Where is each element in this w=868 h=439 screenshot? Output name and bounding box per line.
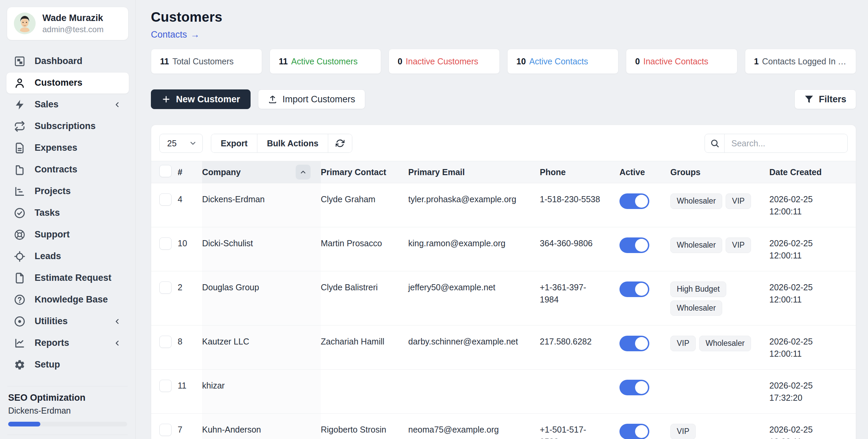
table-row[interactable]: 2 Douglas Group Clyde Balistreri jeffery… (151, 271, 856, 326)
user-profile-card[interactable]: Wade Murazik admin@test.com (7, 7, 129, 40)
table-row[interactable]: 7 Kuhn-Anderson Rigoberto Strosin neoma7… (151, 414, 856, 439)
row-id: 8 (178, 326, 202, 357)
search-input[interactable] (725, 134, 847, 152)
divider (7, 435, 128, 435)
sidebar-item-dashboard[interactable]: Dashboard (6, 50, 129, 72)
row-primary-contact: Clyde Balistreri (321, 271, 408, 303)
sidebar-item-leads[interactable]: Leads (6, 246, 129, 267)
contracts-icon (14, 164, 25, 175)
column-header-date-created[interactable]: Date Created (769, 167, 856, 177)
row-company: khizar (202, 370, 321, 413)
row-checkbox[interactable] (159, 237, 172, 250)
active-toggle[interactable] (619, 237, 649, 253)
sidebar-item-setup[interactable]: Setup (6, 354, 129, 376)
sidebar-item-subscriptions[interactable]: Subscriptions (6, 116, 129, 137)
active-toggle[interactable] (619, 380, 649, 395)
filters-label: Filters (819, 94, 846, 105)
row-checkbox[interactable] (159, 336, 172, 348)
sidebar-item-sales[interactable]: Sales (6, 94, 129, 116)
bulk-actions-button[interactable]: Bulk Actions (257, 134, 328, 152)
summary-card-label: Contacts Logged In T... (762, 57, 847, 66)
sidebar-item-support[interactable]: Support (6, 224, 129, 246)
row-checkbox[interactable] (159, 193, 172, 206)
sidebar-item-projects[interactable]: Projects (6, 181, 129, 202)
row-checkbox[interactable] (159, 380, 172, 392)
sidebar-item-label: Support (35, 229, 70, 240)
support-icon (14, 229, 25, 241)
sidebar-item-utilities[interactable]: Utilities (6, 311, 129, 332)
row-company: Dicki-Schulist (202, 227, 321, 271)
sidebar-item-label: Subscriptions (35, 121, 96, 131)
sidebar-item-label: Estimate Request (35, 273, 112, 283)
summary-card-label: Total Customers (172, 57, 234, 66)
sidebar-item-label: Reports (35, 338, 69, 348)
sort-ascending-icon[interactable] (296, 165, 311, 180)
utilities-icon (14, 316, 25, 327)
summary-card-value: 11 (279, 57, 288, 66)
import-customers-button[interactable]: Import Customers (258, 89, 365, 109)
row-date-created: 2026-02-2512:00:11 (769, 271, 856, 315)
table-row[interactable]: 8 Kautzer LLC Zachariah Hamill darby.sch… (151, 326, 856, 370)
sidebar-item-reports[interactable]: Reports (6, 332, 129, 354)
row-company: Douglas Group (202, 271, 321, 325)
upload-icon (268, 95, 277, 104)
summary-card: 11 Total Customers (151, 49, 262, 74)
filters-button[interactable]: Filters (794, 89, 856, 109)
active-toggle[interactable] (619, 193, 649, 209)
sidebar-item-estimate-request[interactable]: Estimate Request (6, 267, 129, 289)
table-search (705, 134, 848, 153)
sidebar-item-expenses[interactable]: Expenses (6, 137, 129, 159)
active-toggle[interactable] (619, 424, 649, 439)
active-toggle[interactable] (619, 336, 649, 351)
sidebar-item-knowledge-base[interactable]: Knowledge Base (6, 289, 129, 311)
row-id: 2 (178, 271, 202, 303)
column-header-primary-email[interactable]: Primary Email (408, 167, 540, 177)
export-button[interactable]: Export (211, 134, 257, 152)
row-primary-email (408, 370, 540, 389)
new-customer-button[interactable]: New Customer (151, 89, 251, 109)
row-checkbox[interactable] (159, 424, 172, 436)
seo-widget-company: Dickens-Erdman (8, 406, 127, 416)
sidebar-item-contracts[interactable]: Contracts (6, 159, 129, 181)
table-row[interactable]: 10 Dicki-Schulist Martin Prosacco king.r… (151, 227, 856, 271)
new-customer-label: New Customer (176, 94, 240, 105)
page-size-select[interactable]: 25 (159, 134, 203, 153)
column-header-phone[interactable]: Phone (540, 167, 619, 177)
page-size-value: 25 (167, 139, 177, 148)
row-groups: VIPWholesaler (670, 326, 769, 361)
summary-card-value: 0 (398, 57, 402, 66)
main-content: Customers Contacts → 11 Total Customers … (136, 0, 868, 439)
column-header-id[interactable]: # (178, 167, 202, 177)
setup-icon (14, 359, 25, 371)
search-icon (705, 134, 725, 152)
group-badge: VIP (670, 424, 696, 439)
sidebar-item-customers[interactable]: Customers (6, 72, 129, 94)
summary-card: 0 Inactive Customers (389, 49, 500, 74)
select-all-checkbox[interactable] (159, 165, 172, 177)
column-header-primary-contact[interactable]: Primary Contact (321, 167, 408, 177)
row-phone: 1-518-230-5538 (540, 183, 619, 215)
chevron-left-icon (113, 317, 121, 326)
refresh-button[interactable] (328, 134, 352, 152)
column-header-active[interactable]: Active (619, 167, 670, 177)
customers-icon (14, 77, 25, 89)
table-row[interactable]: 4 Dickens-Erdman Clyde Graham tyler.proh… (151, 183, 856, 227)
row-groups (670, 370, 769, 389)
row-id: 10 (178, 227, 202, 259)
chevron-down-icon (189, 139, 197, 147)
row-id: 11 (178, 370, 202, 401)
column-header-groups[interactable]: Groups (670, 167, 769, 177)
seo-progress-track (8, 422, 127, 426)
row-date-created: 2026-02-2512:00:11 (769, 183, 856, 227)
sidebar-item-tasks[interactable]: Tasks (6, 202, 129, 224)
table-body: 4 Dickens-Erdman Clyde Graham tyler.proh… (151, 183, 856, 439)
summary-card-label: Active Customers (291, 57, 358, 66)
column-header-company[interactable]: Company (202, 161, 321, 183)
row-checkbox[interactable] (159, 281, 172, 294)
row-phone (540, 370, 619, 389)
row-phone: +1-361-397-1984 (540, 271, 619, 315)
contacts-link[interactable]: Contacts → (151, 29, 200, 40)
active-toggle[interactable] (619, 281, 649, 297)
chevron-left-icon (113, 101, 121, 109)
table-row[interactable]: 11 khizar 2026-02-2517:32:20 (151, 370, 856, 414)
